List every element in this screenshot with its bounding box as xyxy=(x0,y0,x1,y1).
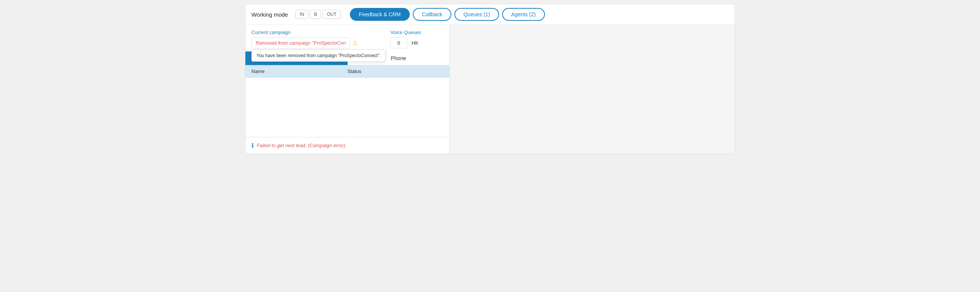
th-name: Name xyxy=(251,68,348,74)
error-text: Failed to get next lead. (Campaign error… xyxy=(257,143,345,148)
tab-callback[interactable]: Callback xyxy=(413,8,451,21)
table-header: Name Status xyxy=(245,65,449,78)
warning-icon: ⚠ xyxy=(352,39,358,46)
mode-in-button[interactable]: IN xyxy=(295,10,308,19)
th-status: Status xyxy=(348,68,444,74)
error-row: ℹ Failed to get next lead. (Campaign err… xyxy=(245,137,449,154)
mode-buttons: IN B OUT xyxy=(295,10,340,19)
campaign-section: Current campaign Removed from campaign "… xyxy=(251,30,384,48)
campaign-field: Removed from campaign "ProSpectoCon xyxy=(251,37,350,48)
main-container: Working mode IN B OUT Feedback & CRM Cal… xyxy=(245,4,735,154)
current-campaign-label: Current campaign xyxy=(251,30,384,35)
voice-fields: 0 HK xyxy=(390,37,444,48)
tab-queues[interactable]: Queues (1) xyxy=(454,8,499,21)
voice-count: 0 xyxy=(390,37,407,48)
tab-buttons: Feedback & CRM Callback Queues (1) Agent… xyxy=(350,8,545,21)
info-icon: ℹ xyxy=(251,142,254,149)
voice-region: HK xyxy=(410,38,420,48)
campaign-value-row: Removed from campaign "ProSpectoCon ⚠ xyxy=(251,37,384,48)
tab-feedback-crm[interactable]: Feedback & CRM xyxy=(350,8,410,21)
campaign-voice-row: Current campaign Removed from campaign "… xyxy=(245,25,449,51)
voice-section: Voice Queues 0 HK xyxy=(390,30,444,48)
tooltip-container: Removed from campaign "ProSpectoCon ⚠ Yo… xyxy=(251,37,384,48)
tooltip-box: You have been removed from campaign "Pro… xyxy=(251,49,385,62)
left-panel: Current campaign Removed from campaign "… xyxy=(245,25,450,154)
voice-queues-label: Voice Queues xyxy=(390,30,444,35)
mode-b-button[interactable]: B xyxy=(310,10,321,19)
header-bar: Working mode IN B OUT Feedback & CRM Cal… xyxy=(245,4,735,25)
tab-agents[interactable]: Agents (2) xyxy=(502,8,545,21)
content-area: Current campaign Removed from campaign "… xyxy=(245,25,735,154)
mode-out-button[interactable]: OUT xyxy=(323,10,340,19)
right-panel xyxy=(450,25,735,154)
working-mode-label: Working mode xyxy=(251,11,288,18)
